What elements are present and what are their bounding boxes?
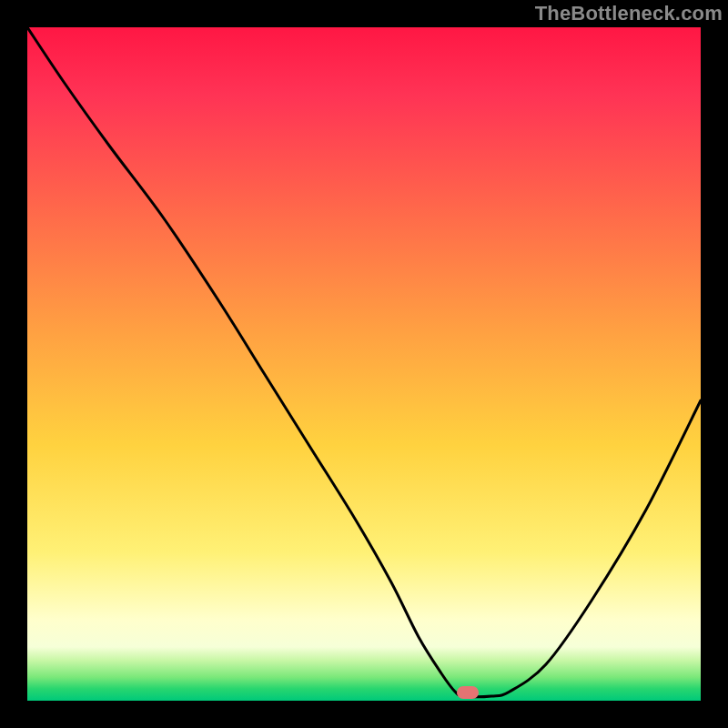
plot-area: [27, 27, 701, 701]
optimal-point-marker: [457, 686, 479, 699]
watermark-label: TheBottleneck.com: [535, 2, 723, 25]
chart-frame: TheBottleneck.com: [0, 0, 728, 728]
bottleneck-curve: [27, 27, 701, 701]
